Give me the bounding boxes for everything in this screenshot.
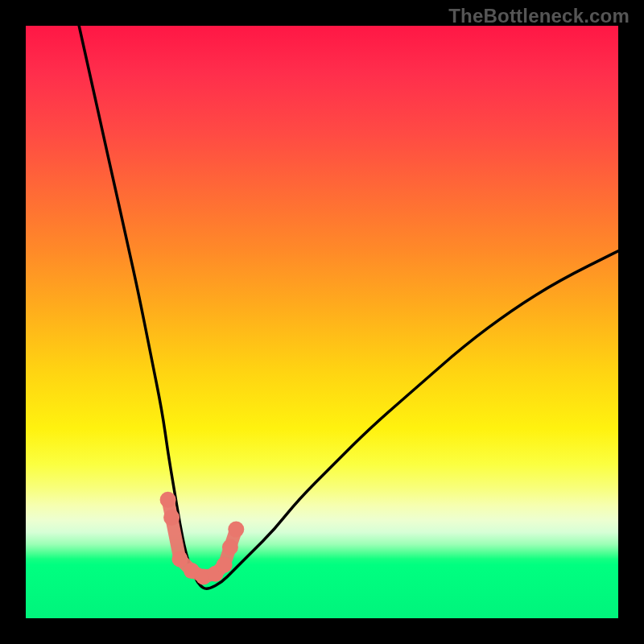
chart-frame: TheBottleneck.com (0, 0, 644, 644)
range-highlight-dot (217, 557, 233, 573)
range-highlight-dot (228, 522, 244, 538)
range-highlight-dot (222, 539, 238, 555)
range-highlight-dot (171, 551, 188, 567)
bottleneck-curve (79, 26, 618, 588)
plot-area (26, 26, 618, 618)
range-highlight-dot (160, 492, 176, 508)
range-highlight-dot (163, 510, 180, 526)
chart-svg (26, 26, 618, 618)
bottleneck-curve-path (79, 26, 618, 588)
watermark-text: TheBottleneck.com (448, 5, 630, 27)
